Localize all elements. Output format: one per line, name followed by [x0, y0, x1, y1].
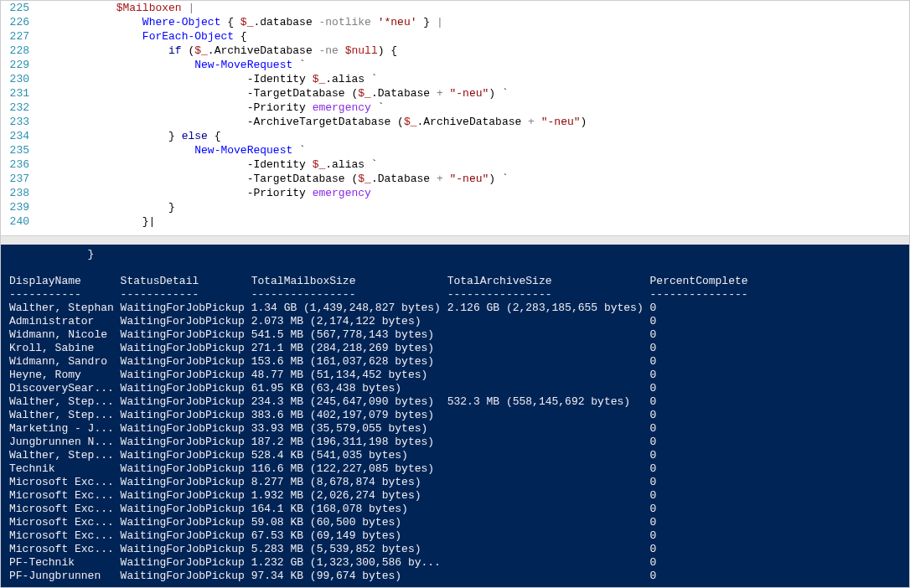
code-line[interactable]: 225 $Mailboxen | [1, 1, 909, 15]
code-content[interactable]: }| [38, 214, 909, 229]
line-number: 230 [1, 72, 38, 86]
code-line[interactable]: 231 -TargetDatabase ($_.Database + "-neu… [1, 86, 909, 101]
line-number: 237 [1, 172, 38, 186]
code-content[interactable]: -Priority emergency [38, 186, 909, 200]
code-content[interactable]: -Identity $_.alias ` [38, 157, 909, 172]
code-content[interactable]: -TargetDatabase ($_.Database + "-neu") ` [38, 86, 909, 101]
code-content[interactable]: -TargetDatabase ($_.Database + "-neu") ` [38, 172, 909, 186]
code-content[interactable]: -ArchiveTargetDatabase ($_.ArchiveDataba… [38, 115, 909, 129]
code-content[interactable]: New-MoveRequest ` [38, 58, 909, 72]
code-content[interactable]: if ($_.ArchiveDatabase -ne $null) { [38, 44, 909, 58]
code-content[interactable]: New-MoveRequest ` [38, 143, 909, 157]
code-content[interactable]: } else { [38, 129, 909, 143]
line-number: 239 [1, 200, 38, 214]
line-number: 229 [1, 58, 38, 72]
terminal-pane[interactable]: } DisplayName StatusDetail TotalMailboxS… [1, 245, 909, 587]
code-line[interactable]: 236 -Identity $_.alias ` [1, 157, 909, 172]
splitter-bar[interactable] [1, 236, 909, 245]
code-content[interactable]: -Priority emergency ` [38, 101, 909, 115]
code-line[interactable]: 233 -ArchiveTargetDatabase ($_.ArchiveDa… [1, 115, 909, 129]
code-line[interactable]: 230 -Identity $_.alias ` [1, 72, 909, 86]
line-number: 236 [1, 157, 38, 172]
ide-window: { "editor": { "first_line_no": 225, "lin… [0, 0, 910, 588]
code-line[interactable]: 235 New-MoveRequest ` [1, 143, 909, 157]
code-editor[interactable]: 225 $Mailboxen |226 Where-Object { $_.da… [1, 1, 909, 236]
line-number: 233 [1, 115, 38, 129]
line-number: 235 [1, 143, 38, 157]
code-line[interactable]: 237 -TargetDatabase ($_.Database + "-neu… [1, 172, 909, 186]
code-content[interactable]: ForEach-Object { [38, 29, 909, 44]
line-number: 231 [1, 86, 38, 101]
line-number: 226 [1, 15, 38, 29]
code-line[interactable]: 232 -Priority emergency ` [1, 101, 909, 115]
line-number: 225 [1, 1, 38, 15]
code-line[interactable]: 228 if ($_.ArchiveDatabase -ne $null) { [1, 44, 909, 58]
code-line[interactable]: 238 -Priority emergency [1, 186, 909, 200]
code-content[interactable]: -Identity $_.alias ` [38, 72, 909, 86]
code-content[interactable]: } [38, 200, 909, 214]
line-number: 227 [1, 29, 38, 44]
line-number: 228 [1, 44, 38, 58]
code-line[interactable]: 240 }| [1, 214, 909, 229]
code-content[interactable]: Where-Object { $_.database -notlike '*ne… [38, 15, 909, 29]
code-content[interactable]: $Mailboxen | [38, 1, 909, 15]
code-line[interactable]: 229 New-MoveRequest ` [1, 58, 909, 72]
code-line[interactable]: 239 } [1, 200, 909, 214]
code-line[interactable]: 234 } else { [1, 129, 909, 143]
code-line[interactable]: 226 Where-Object { $_.database -notlike … [1, 15, 909, 29]
code-line[interactable]: 227 ForEach-Object { [1, 29, 909, 44]
line-number: 234 [1, 129, 38, 143]
terminal-output: } DisplayName StatusDetail TotalMailboxS… [9, 248, 901, 583]
line-number: 238 [1, 186, 38, 200]
line-number: 240 [1, 214, 38, 229]
line-number: 232 [1, 101, 38, 115]
